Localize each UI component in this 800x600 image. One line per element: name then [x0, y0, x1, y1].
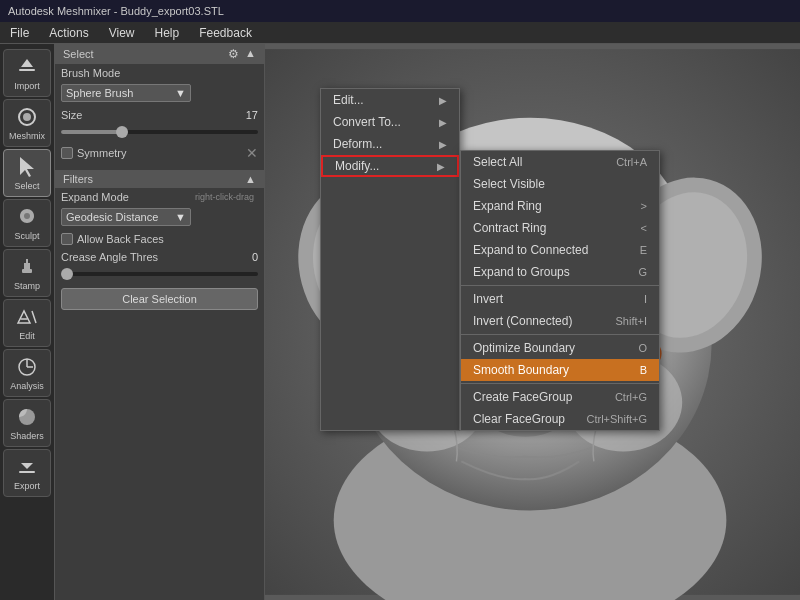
select-section-header: Select ⚙ ▲	[55, 44, 264, 64]
brush-mode-row: Brush Mode	[55, 64, 264, 82]
convert-menu-label: Convert To...	[333, 115, 401, 129]
select-submenu: Select All Ctrl+A Select Visible Expand …	[460, 150, 660, 431]
title-text: Autodesk Meshmixer - Buddy_export03.STL	[8, 5, 224, 17]
menu-file[interactable]: File	[0, 22, 39, 44]
stamp-button[interactable]: Stamp	[3, 249, 51, 297]
svg-point-5	[24, 213, 30, 219]
crease-slider-track[interactable]	[61, 272, 258, 276]
import-button[interactable]: Import	[3, 49, 51, 97]
separator-2	[461, 334, 659, 335]
filters-collapse-icon[interactable]: ▲	[245, 173, 256, 185]
menu-help[interactable]: Help	[145, 22, 190, 44]
contract-ring-shortcut: <	[641, 222, 647, 234]
menu-view[interactable]: View	[99, 22, 145, 44]
analysis-button[interactable]: Analysis	[3, 349, 51, 397]
expand-mode-hint: right-click-drag	[195, 192, 258, 202]
symmetry-settings-icon[interactable]: ✕	[246, 145, 258, 161]
expand-mode-row: Expand Mode right-click-drag	[55, 188, 264, 206]
edit-menu-label: Edit...	[333, 93, 364, 107]
left-toolbar: Import Meshmix Select Sculpt	[0, 44, 55, 600]
select-visible-item[interactable]: Select Visible	[461, 173, 659, 195]
clear-selection-button[interactable]: Clear Selection	[61, 288, 258, 310]
expand-connected-item[interactable]: Expand to Connected E	[461, 239, 659, 261]
svg-line-11	[32, 311, 36, 323]
brush-mode-dropdown[interactable]: Sphere Brush ▼	[61, 84, 191, 102]
deform-menu-item[interactable]: Deform... ▶	[321, 133, 459, 155]
modify-menu-item[interactable]: Modify... ▶	[321, 155, 459, 177]
convert-menu-item[interactable]: Convert To... ▶	[321, 111, 459, 133]
symmetry-row: Symmetry ✕	[55, 142, 264, 164]
title-bar: Autodesk Meshmixer - Buddy_export03.STL	[0, 0, 800, 22]
select-all-label: Select All	[473, 155, 522, 169]
size-slider-track[interactable]	[61, 130, 258, 134]
menu-actions[interactable]: Actions	[39, 22, 98, 44]
expand-connected-label: Expand to Connected	[473, 243, 588, 257]
select-collapse-icon[interactable]: ▲	[245, 47, 256, 61]
crease-angle-row: Crease Angle Thres 0	[55, 248, 264, 266]
select-all-item[interactable]: Select All Ctrl+A	[461, 151, 659, 173]
expand-groups-shortcut: G	[638, 266, 647, 278]
smooth-boundary-shortcut: B	[640, 364, 647, 376]
clear-facegroup-item[interactable]: Clear FaceGroup Ctrl+Shift+G	[461, 408, 659, 430]
modify-context-menu: Edit... ▶ Convert To... ▶ Deform... ▶ Mo…	[320, 88, 460, 431]
invert-connected-label: Invert (Connected)	[473, 314, 572, 328]
size-row: Size 17	[55, 106, 264, 124]
sculpt-label: Sculpt	[14, 231, 39, 241]
expand-mode-dropdown[interactable]: Geodesic Distance ▼	[61, 208, 191, 226]
panels-overlay: Edit... ▶ Convert To... ▶ Deform... ▶ Mo…	[320, 88, 660, 431]
crease-angle-value: 0	[252, 251, 258, 263]
export-label: Export	[14, 481, 40, 491]
meshmix-label: Meshmix	[9, 131, 45, 141]
expand-groups-item[interactable]: Expand to Groups G	[461, 261, 659, 283]
contract-ring-item[interactable]: Contract Ring <	[461, 217, 659, 239]
svg-rect-0	[19, 69, 35, 71]
svg-marker-4	[20, 157, 34, 177]
symmetry-label: Symmetry	[77, 147, 127, 159]
invert-item[interactable]: Invert I	[461, 288, 659, 310]
main-area: Import Meshmix Select Sculpt	[0, 44, 800, 600]
crease-slider-thumb[interactable]	[61, 268, 73, 280]
convert-submenu-arrow-icon: ▶	[439, 117, 447, 128]
symmetry-checkbox[interactable]	[61, 147, 73, 159]
select-label: Select	[14, 181, 39, 191]
analysis-label: Analysis	[10, 381, 44, 391]
smooth-boundary-item[interactable]: Smooth Boundary B	[461, 359, 659, 381]
deform-menu-label: Deform...	[333, 137, 382, 151]
invert-connected-item[interactable]: Invert (Connected) Shift+I	[461, 310, 659, 332]
edit-label: Edit	[19, 331, 35, 341]
shaders-button[interactable]: Shaders	[3, 399, 51, 447]
smooth-boundary-label: Smooth Boundary	[473, 363, 569, 377]
viewport[interactable]: Edit... ▶ Convert To... ▶ Deform... ▶ Mo…	[265, 44, 800, 600]
sculpt-button[interactable]: Sculpt	[3, 199, 51, 247]
expand-mode-arrow-icon: ▼	[175, 211, 186, 223]
optimize-boundary-item[interactable]: Optimize Boundary O	[461, 337, 659, 359]
select-button[interactable]: Select	[3, 149, 51, 197]
size-value: 17	[246, 109, 258, 121]
select-all-shortcut: Ctrl+A	[616, 156, 647, 168]
deform-submenu-arrow-icon: ▶	[439, 139, 447, 150]
invert-shortcut: I	[644, 293, 647, 305]
svg-marker-9	[18, 311, 30, 323]
back-faces-label: Allow Back Faces	[77, 233, 164, 245]
invert-label: Invert	[473, 292, 503, 306]
edit-button[interactable]: Edit	[3, 299, 51, 347]
separator-1	[461, 285, 659, 286]
create-facegroup-item[interactable]: Create FaceGroup Ctrl+G	[461, 386, 659, 408]
edit-menu-item[interactable]: Edit... ▶	[321, 89, 459, 111]
stamp-label: Stamp	[14, 281, 40, 291]
expand-ring-item[interactable]: Expand Ring >	[461, 195, 659, 217]
export-button[interactable]: Export	[3, 449, 51, 497]
left-panel: Select ⚙ ▲ Brush Mode Sphere Brush ▼ Siz…	[55, 44, 265, 600]
svg-rect-16	[19, 471, 35, 473]
select-settings-icon[interactable]: ⚙	[228, 47, 239, 61]
menu-feedback[interactable]: Feedback	[189, 22, 262, 44]
size-slider-thumb[interactable]	[116, 126, 128, 138]
shaders-label: Shaders	[10, 431, 44, 441]
meshmix-button[interactable]: Meshmix	[3, 99, 51, 147]
svg-rect-8	[26, 259, 28, 264]
contract-ring-label: Contract Ring	[473, 221, 546, 235]
menu-bar: File Actions View Help Feedback	[0, 22, 800, 44]
select-header-label: Select	[63, 48, 94, 60]
back-faces-checkbox[interactable]	[61, 233, 73, 245]
modify-menu-label: Modify...	[335, 159, 379, 173]
